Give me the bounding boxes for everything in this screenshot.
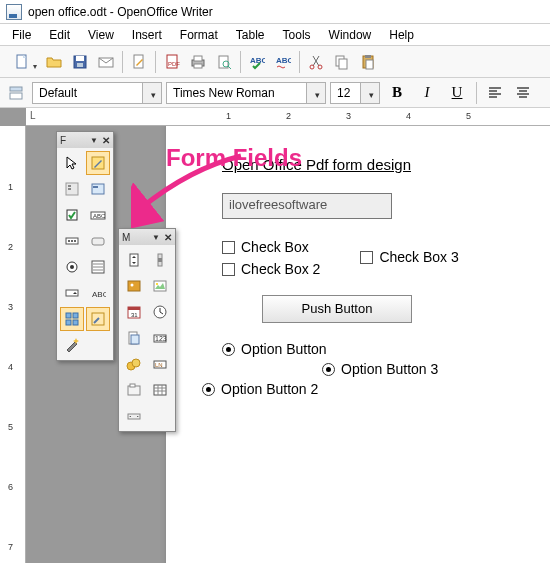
- palette-close-icon[interactable]: ✕: [164, 232, 172, 243]
- palette-dropdown-icon[interactable]: ▼: [90, 136, 98, 145]
- menu-tools[interactable]: Tools: [275, 26, 319, 44]
- formatted-field-icon[interactable]: [60, 229, 84, 253]
- formatting-toolbar: Default▾ Times New Roman▾ 12▾ B I U: [0, 78, 550, 108]
- svg-text:LN: LN: [155, 362, 163, 368]
- pushbutton-tool-icon[interactable]: [86, 229, 110, 253]
- more-controls-icon[interactable]: [60, 307, 84, 331]
- design-mode-icon[interactable]: [86, 151, 110, 175]
- svg-text:PDF: PDF: [168, 61, 180, 67]
- form-controls-palette[interactable]: F ▼ ✕ ABC ABC: [56, 131, 114, 361]
- menu-file[interactable]: File: [4, 26, 39, 44]
- navigation-bar-icon[interactable]: [122, 404, 146, 428]
- font-size-combo[interactable]: 12▾: [330, 82, 380, 104]
- checkbox-icon: [222, 241, 235, 254]
- save-button[interactable]: [68, 50, 92, 74]
- spin-button-icon[interactable]: [122, 248, 146, 272]
- form-properties-icon[interactable]: [86, 177, 110, 201]
- select-tool-icon[interactable]: [60, 151, 84, 175]
- horizontal-ruler[interactable]: L 1 2 3 4 5: [26, 108, 550, 126]
- palette-dropdown-icon[interactable]: ▼: [152, 233, 160, 242]
- wizards-icon[interactable]: [60, 333, 84, 357]
- svg-text:123: 123: [155, 335, 167, 342]
- numeric-field-icon[interactable]: 123: [148, 326, 172, 350]
- paragraph-style-combo[interactable]: Default▾: [32, 82, 162, 104]
- table-control-icon[interactable]: [148, 378, 172, 402]
- control-properties-icon[interactable]: [60, 177, 84, 201]
- listbox-tool-icon[interactable]: [86, 255, 110, 279]
- form-checkbox-3[interactable]: Check Box 3: [360, 249, 458, 265]
- menu-format[interactable]: Format: [172, 26, 226, 44]
- new-button[interactable]: [4, 50, 40, 74]
- open-button[interactable]: [42, 50, 66, 74]
- checkbox-tool-icon[interactable]: [60, 203, 84, 227]
- svg-rect-23: [10, 93, 22, 99]
- export-pdf-button[interactable]: PDF: [160, 50, 184, 74]
- bold-button[interactable]: B: [384, 81, 410, 105]
- form-radio-2[interactable]: Option Button 2: [202, 381, 550, 397]
- svg-rect-47: [73, 313, 78, 318]
- group-box-icon[interactable]: [122, 378, 146, 402]
- form-radio-1[interactable]: Option Button: [222, 341, 550, 357]
- cut-button[interactable]: [304, 50, 328, 74]
- form-text-box[interactable]: ilovefreesoftware: [222, 193, 392, 219]
- align-left-button[interactable]: [483, 81, 507, 105]
- menu-help[interactable]: Help: [381, 26, 422, 44]
- svg-point-34: [68, 240, 70, 242]
- print-preview-button[interactable]: [212, 50, 236, 74]
- window-title: open office.odt - OpenOffice Writer: [28, 5, 213, 19]
- svg-point-67: [132, 359, 140, 367]
- palette-titlebar[interactable]: F ▼ ✕: [57, 132, 113, 148]
- document-page[interactable]: Open Office Pdf form design ilovefreesof…: [166, 126, 550, 563]
- radio-icon: [322, 363, 335, 376]
- standard-toolbar: PDF ABC ABC: [0, 46, 550, 78]
- pattern-field-icon[interactable]: LN: [148, 352, 172, 376]
- date-field-icon[interactable]: 31: [122, 300, 146, 324]
- menu-insert[interactable]: Insert: [124, 26, 170, 44]
- form-checkbox-2[interactable]: Check Box 2: [222, 261, 320, 277]
- print-button[interactable]: [186, 50, 210, 74]
- svg-rect-51: [130, 254, 138, 266]
- align-center-button[interactable]: [511, 81, 535, 105]
- edit-file-button[interactable]: [127, 50, 151, 74]
- image-button-icon[interactable]: [122, 274, 146, 298]
- svg-rect-44: [66, 290, 78, 296]
- email-button[interactable]: [94, 50, 118, 74]
- image-control-icon[interactable]: [148, 274, 172, 298]
- underline-button[interactable]: U: [444, 81, 470, 105]
- currency-field-icon[interactable]: [122, 352, 146, 376]
- annotation-label: Form Fields: [166, 144, 302, 172]
- font-name-combo[interactable]: Times New Roman▾: [166, 82, 326, 104]
- svg-rect-21: [366, 60, 373, 69]
- svg-text:ABC: ABC: [276, 56, 291, 65]
- copy-button[interactable]: [330, 50, 354, 74]
- time-field-icon[interactable]: [148, 300, 172, 324]
- form-design-icon[interactable]: [86, 307, 110, 331]
- auto-spellcheck-button[interactable]: ABC: [271, 50, 295, 74]
- menu-view[interactable]: View: [80, 26, 122, 44]
- combobox-tool-icon[interactable]: [60, 281, 84, 305]
- svg-text:31: 31: [131, 312, 138, 318]
- form-radio-3[interactable]: Option Button 3: [322, 361, 550, 377]
- menu-window[interactable]: Window: [321, 26, 380, 44]
- file-selection-icon[interactable]: [122, 326, 146, 350]
- form-checkbox-1[interactable]: Check Box: [222, 239, 320, 255]
- menu-table[interactable]: Table: [228, 26, 273, 44]
- palette-titlebar[interactable]: M ▼ ✕: [119, 229, 175, 245]
- svg-rect-48: [66, 320, 71, 325]
- spellcheck-button[interactable]: ABC: [245, 50, 269, 74]
- styles-button[interactable]: [4, 81, 28, 105]
- label-tool-icon[interactable]: ABC: [86, 281, 110, 305]
- more-controls-palette[interactable]: M ▼ ✕ 31 123 LN: [118, 228, 176, 432]
- form-push-button[interactable]: Push Button: [262, 295, 412, 323]
- svg-rect-25: [66, 183, 78, 195]
- paste-button[interactable]: [356, 50, 380, 74]
- textbox-tool-icon[interactable]: ABC: [86, 203, 110, 227]
- option-button-tool-icon[interactable]: [60, 255, 84, 279]
- menu-edit[interactable]: Edit: [41, 26, 78, 44]
- svg-point-57: [156, 283, 158, 285]
- palette-close-icon[interactable]: ✕: [102, 135, 110, 146]
- app-icon: [6, 4, 22, 20]
- scrollbar-icon[interactable]: [148, 248, 172, 272]
- italic-button[interactable]: I: [414, 81, 440, 105]
- vertical-ruler[interactable]: 12 34 56 7: [0, 126, 26, 563]
